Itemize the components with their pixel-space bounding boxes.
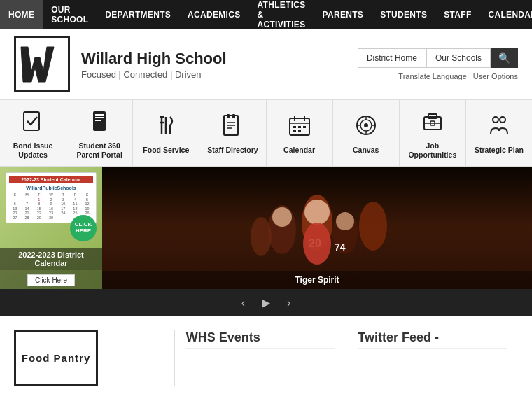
svg-text:74: 74 — [335, 241, 346, 253]
click-here-circle-button[interactable]: CLICKHERE — [70, 215, 97, 241]
header-left: Willard High School Focused | Connected … — [14, 36, 227, 92]
ql-calendar[interactable]: Calendar — [267, 100, 333, 166]
strategic-plan-icon — [488, 114, 510, 141]
ql-student360-label: Student 360Parent Portal — [77, 141, 122, 159]
header-links: Translate Language | User Options — [358, 72, 518, 80]
svg-point-49 — [303, 223, 331, 265]
nav-staff[interactable]: STAFF — [435, 0, 479, 29]
calendar-icon — [288, 114, 311, 141]
nav-departments[interactable]: DEPARTMENTS — [97, 0, 179, 29]
food-service-icon — [155, 114, 177, 141]
school-logo — [14, 36, 70, 92]
svg-rect-23 — [303, 126, 306, 128]
slide-2-title: Tiger Spirit — [102, 271, 532, 289]
food-pantry-col: Food Pantry — [14, 330, 174, 386]
ql-food-service-label: Food Service — [143, 146, 189, 155]
svg-point-46 — [336, 212, 354, 230]
nav-calendar[interactable]: CALENDAR — [480, 0, 532, 29]
ql-jobs-label: JobOpportunities — [408, 141, 456, 159]
calendar-logo: WillardPublicSchools — [9, 185, 93, 191]
ql-bond-issue[interactable]: Bond IssueUpdates — [0, 100, 66, 166]
svg-rect-24 — [293, 130, 296, 132]
search-button[interactable]: 🔍 — [491, 48, 518, 68]
header-right: District Home Our Schools 🔍 Translate La… — [358, 48, 518, 80]
svg-rect-2 — [24, 112, 39, 130]
slideshow-prev-button[interactable]: ‹ — [239, 297, 248, 309]
svg-rect-12 — [227, 114, 230, 118]
svg-point-45 — [272, 207, 292, 227]
svg-point-37 — [493, 117, 498, 122]
svg-rect-22 — [298, 126, 301, 128]
ql-canvas-label: Canvas — [353, 146, 379, 155]
ql-staff-directory-label: Staff Directory — [207, 146, 258, 155]
svg-rect-5 — [95, 117, 104, 118]
header-buttons: District Home Our Schools 🔍 — [358, 48, 518, 68]
user-options-link[interactable]: User Options — [473, 72, 518, 80]
events-col: WHS Events — [175, 330, 346, 386]
slideshow-controls: ‹ ▶ › — [0, 289, 532, 316]
slideshow-play-button[interactable]: ▶ — [259, 296, 273, 309]
translate-link[interactable]: Translate Language — [398, 72, 466, 80]
nav-home[interactable]: HOME — [0, 0, 43, 29]
page-header: Willard High School Focused | Connected … — [0, 29, 532, 99]
district-home-button[interactable]: District Home — [358, 48, 426, 68]
svg-point-44 — [304, 200, 330, 225]
ql-strategic-plan-label: Strategic Plan — [475, 146, 524, 155]
ql-canvas[interactable]: Canvas — [333, 100, 400, 166]
svg-rect-6 — [95, 120, 101, 121]
calendar-header-text: 2022-23 Student Calendar — [9, 176, 93, 183]
food-pantry-label: Food Pantry — [22, 351, 91, 365]
main-navigation: HOME OUR SCHOOL DEPARTMENTS ACADEMICS AT… — [0, 0, 532, 29]
bond-issue-icon — [22, 110, 44, 137]
school-tagline: Focused | Connected | Driven — [81, 69, 227, 80]
food-pantry-box: Food Pantry — [14, 330, 98, 386]
click-here-button[interactable]: Click Here — [27, 274, 75, 286]
slideshow: 2022-23 Student Calendar WillardPublicSc… — [0, 167, 532, 289]
svg-point-38 — [500, 117, 505, 122]
nav-athletics[interactable]: ATHLETICS & ACTIVITIES — [248, 0, 314, 29]
ql-jobs[interactable]: JobOpportunities — [400, 100, 466, 166]
quick-links-bar: Bond IssueUpdates Student 360Parent Port… — [0, 99, 532, 167]
svg-point-42 — [251, 217, 272, 256]
bottom-section: Food Pantry WHS Events Twitter Feed - — [0, 316, 532, 400]
ql-food-service[interactable]: Food Service — [133, 100, 200, 166]
svg-rect-25 — [298, 130, 301, 132]
slide-2: 20 74 Tiger Spirit — [102, 167, 532, 289]
nav-parents[interactable]: PARENTS — [314, 0, 372, 29]
twitter-col: Twitter Feed - — [346, 330, 518, 386]
svg-rect-13 — [232, 114, 235, 118]
our-schools-button[interactable]: Our Schools — [426, 48, 491, 68]
twitter-title: Twitter Feed - — [358, 330, 507, 349]
nav-our-school[interactable]: OUR SCHOOL — [43, 0, 97, 29]
ql-bond-issue-label: Bond IssueUpdates — [13, 141, 53, 159]
ql-calendar-label: Calendar — [284, 146, 315, 155]
nav-academics[interactable]: ACADEMICS — [179, 0, 248, 29]
ql-staff-directory[interactable]: Staff Directory — [200, 100, 266, 166]
ql-student360[interactable]: Student 360Parent Portal — [66, 100, 133, 166]
school-info: Willard High School Focused | Connected … — [81, 50, 227, 80]
student360-icon — [88, 110, 111, 137]
slide-1-overlay: 2022-2023 District Calendar Click Here — [0, 248, 102, 289]
svg-rect-4 — [95, 114, 104, 115]
slideshow-next-button[interactable]: › — [284, 297, 293, 309]
slide-1: 2022-23 Student Calendar WillardPublicSc… — [0, 167, 102, 289]
svg-point-28 — [364, 123, 368, 127]
slide-1-title: 2022-2023 District Calendar — [0, 248, 102, 270]
school-name: Willard High School — [81, 50, 227, 68]
nav-students[interactable]: STUDENTS — [372, 0, 435, 29]
canvas-icon — [355, 114, 377, 141]
events-title: WHS Events — [186, 330, 335, 349]
jobs-icon — [421, 110, 444, 137]
svg-rect-21 — [293, 126, 296, 128]
svg-point-43 — [359, 202, 387, 251]
ql-strategic-plan[interactable]: Strategic Plan — [466, 100, 532, 166]
staff-directory-icon — [221, 114, 244, 141]
